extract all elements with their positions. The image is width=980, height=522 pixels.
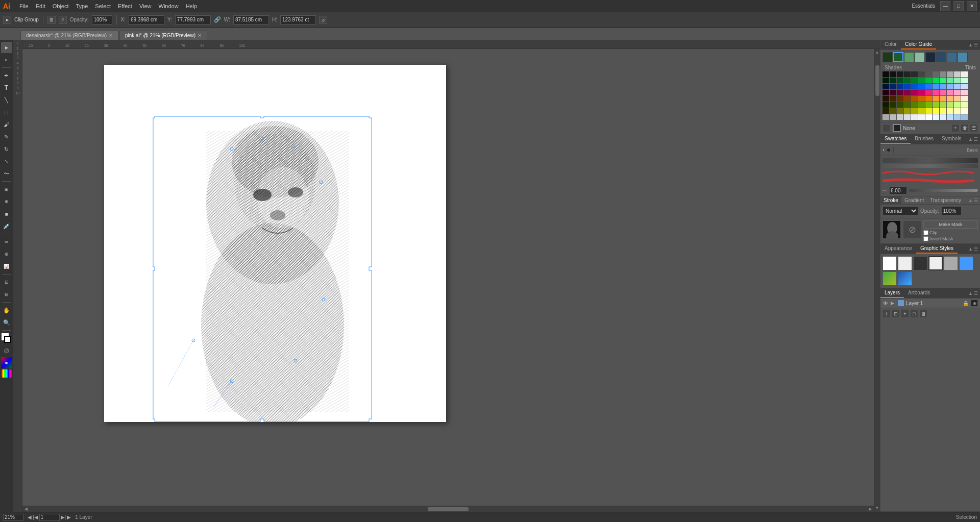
color-cell[interactable] [918, 96, 925, 102]
menu-stroke-icon[interactable]: ☰ [974, 198, 978, 203]
menu-edit[interactable]: Edit [33, 2, 48, 10]
collapse-layers-icon[interactable]: ▲ [968, 291, 973, 296]
color-cell[interactable] [918, 78, 925, 83]
color-cell[interactable] [883, 108, 889, 114]
color-cell[interactable] [947, 90, 953, 95]
color-cell[interactable] [883, 78, 889, 83]
canvas-area[interactable]: 01234 56789 10 -100102030405060708090100 [13, 40, 880, 512]
color-cell[interactable] [897, 102, 903, 108]
rotate-tool[interactable]: ↻ [1, 143, 12, 155]
gs-green-gradient[interactable] [883, 271, 897, 286]
selection-tool[interactable]: ▸ [1, 42, 12, 53]
eyedropper-tool[interactable]: 💉 [1, 220, 12, 232]
color-cell[interactable] [911, 84, 918, 89]
color-cell[interactable] [961, 108, 968, 114]
brush-dot-sm[interactable] [883, 149, 885, 151]
brush-calligraphy-1[interactable] [883, 169, 978, 176]
menu-object[interactable]: Object [50, 2, 72, 10]
color-cell[interactable] [904, 71, 911, 77]
tab-artboards[interactable]: Artboards [904, 288, 934, 298]
color-cell[interactable] [897, 84, 903, 89]
scale-tool[interactable]: ⤡ [1, 156, 12, 167]
grid-icon[interactable]: # [59, 16, 67, 24]
close-tab1-icon[interactable]: ✕ [109, 33, 113, 38]
zoom-tool[interactable]: 🔍 [1, 317, 12, 328]
nav-last-icon[interactable]: ▶| [61, 514, 66, 520]
brush-line-xthick[interactable] [949, 148, 965, 152]
gs-default[interactable] [898, 256, 912, 270]
color-cell[interactable] [933, 114, 939, 120]
gs-blue-gradient[interactable] [898, 271, 912, 286]
tab-swatches[interactable]: Swatches [880, 134, 911, 144]
blend-mode-select[interactable]: Normal Multiply Screen [883, 206, 918, 215]
none-icon[interactable]: ⊘ [1, 345, 12, 356]
color-cell[interactable] [940, 102, 946, 108]
gs-gray[interactable] [944, 256, 958, 270]
zoom-input[interactable] [3, 514, 23, 521]
color-cell[interactable] [947, 78, 953, 83]
page-input[interactable] [39, 514, 60, 521]
close-btn[interactable]: ✕ [967, 1, 977, 11]
direct-select-tool[interactable]: ▹ [1, 54, 12, 65]
harmony-swatch-1[interactable] [883, 52, 893, 62]
color-cell[interactable] [940, 114, 946, 120]
brush-size-input[interactable] [889, 186, 907, 194]
color-cell[interactable] [954, 78, 961, 83]
harmony-swatch-4[interactable] [915, 52, 925, 62]
collapse-stroke-icon[interactable]: ▲ [968, 198, 973, 203]
color-cell[interactable] [925, 96, 932, 102]
close-tab2-icon[interactable]: ✕ [198, 33, 202, 38]
brush-line-thick[interactable] [932, 149, 947, 151]
color-cell[interactable] [890, 96, 896, 102]
tab-desainarsir[interactable]: desainarsir* @ 21% (RGB/Preview) ✕ [20, 31, 118, 40]
collapse-color-guide-icon[interactable]: ▲ [968, 42, 973, 47]
hand-tool[interactable]: ✋ [1, 305, 12, 316]
color-cell[interactable] [925, 102, 932, 108]
color-cell[interactable] [897, 96, 903, 102]
make-mask-btn[interactable]: Make Mask [923, 220, 978, 229]
color-cell[interactable] [933, 108, 939, 114]
color-cell[interactable] [890, 114, 896, 120]
color-cell[interactable] [890, 108, 896, 114]
menu-layers-icon[interactable]: ☰ [974, 291, 978, 296]
color-cell[interactable] [904, 114, 911, 120]
color-cell[interactable] [918, 90, 925, 95]
color-cell[interactable] [911, 102, 918, 108]
tab-gradient[interactable]: Gradient [901, 196, 927, 204]
tab-pink[interactable]: pink.ai* @ 21% (RGB/Preview) ✕ [119, 31, 207, 40]
new-sublayer-icon[interactable]: + [901, 310, 909, 318]
color-cell[interactable] [947, 71, 953, 77]
transform-icon[interactable]: ⊿ [319, 16, 327, 24]
paintbrush-tool[interactable]: 🖌 [1, 119, 12, 130]
harmony-swatch-2-active[interactable] [893, 52, 903, 62]
gs-black[interactable] [913, 256, 927, 270]
delete-layer-icon[interactable]: 🗑 [919, 310, 927, 318]
color-cell[interactable] [883, 102, 889, 108]
color-cell[interactable] [897, 78, 903, 83]
clip-checkbox[interactable] [923, 230, 928, 235]
pencil-tool[interactable]: ✎ [1, 131, 12, 142]
color-cell[interactable] [933, 71, 939, 77]
shape-builder-tool[interactable]: ⊕ [1, 196, 12, 207]
opacity-input-transparency[interactable] [941, 206, 962, 215]
fill-box-icon[interactable] [893, 124, 901, 132]
nav-next-icon[interactable]: ▶ [67, 514, 71, 520]
delete-swatch-icon[interactable]: 🗑 [961, 124, 969, 132]
minimize-btn[interactable]: — [940, 1, 950, 11]
maximize-btn[interactable]: □ [953, 1, 964, 11]
tab-appearance[interactable]: Appearance [880, 244, 916, 254]
align-icon[interactable]: ⊞ [47, 16, 56, 24]
brush-dot-md[interactable] [887, 148, 891, 152]
harmony-swatch-5[interactable] [925, 52, 936, 62]
new-swatch-icon[interactable]: + [951, 124, 960, 132]
collapse-appearance-icon[interactable]: ▲ [968, 246, 973, 252]
color-cell[interactable] [890, 84, 896, 89]
rect-tool[interactable]: □ [1, 107, 12, 118]
x-input[interactable] [129, 15, 164, 24]
color-cell[interactable] [883, 71, 889, 77]
locate-layer-icon[interactable]: ⊹ [883, 310, 891, 318]
color-cell[interactable] [911, 71, 918, 77]
h-input[interactable] [280, 15, 316, 24]
canvas-scroll[interactable] [22, 44, 880, 512]
color-cell[interactable] [954, 108, 961, 114]
